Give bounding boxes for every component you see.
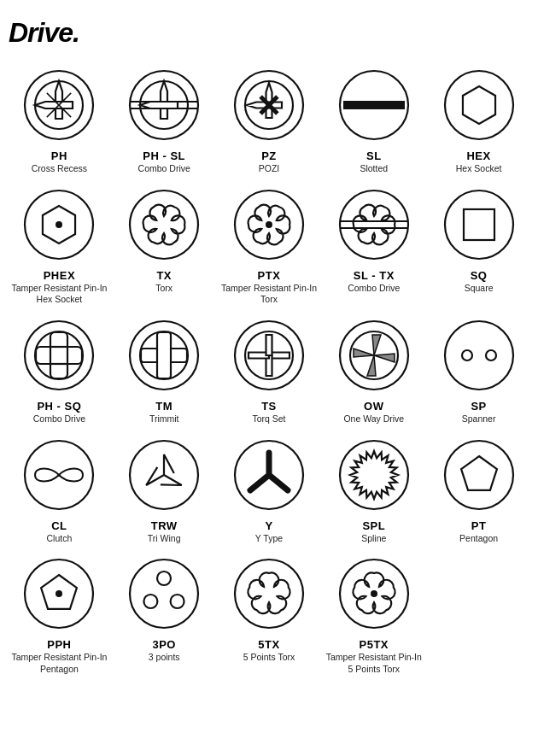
drive-name-ptx: Tamper Resistant Pin-In Torx: [219, 283, 320, 306]
drive-code-tx: TX: [156, 269, 172, 282]
drive-code-3po: 3PO: [152, 638, 176, 651]
svg-point-46: [130, 560, 198, 628]
drive-name-trw: Tri Wing: [148, 533, 181, 545]
drive-icon-5tx: [228, 553, 310, 635]
svg-point-12: [445, 71, 513, 139]
drive-item-ow: OWOne Way Drive: [323, 314, 424, 425]
svg-point-45: [56, 590, 62, 597]
drive-code-pz: PZ: [261, 149, 277, 162]
drive-item-pt: PTPentagon: [428, 434, 529, 545]
drive-icon-y: [228, 434, 310, 516]
svg-rect-31: [157, 332, 171, 378]
drive-item-trw: TRWTri Wing: [114, 434, 215, 545]
drive-code-phex: PHEX: [44, 269, 75, 282]
drive-name-p5tx: Tamper Resistant Pin-In 5 Points Torx: [323, 652, 424, 675]
drive-icon-ts: [228, 314, 310, 396]
drive-item-cl: CLClutch: [9, 434, 110, 545]
drive-icon-pz: [228, 64, 310, 146]
drive-item-sl-tx: SL - TXCombo Drive: [323, 184, 424, 306]
drive-icon-p5tx: [333, 553, 415, 635]
drive-icon-3po: [123, 553, 205, 635]
drive-icon-spl: [333, 434, 415, 516]
drive-code-ow: OW: [364, 400, 383, 413]
drive-item-p5tx: P5TXTamper Resistant Pin-In 5 Points Tor…: [323, 553, 424, 675]
drive-item-sq: SQSquare: [428, 184, 529, 306]
drive-code-hex: HEX: [466, 149, 490, 162]
drive-icon-hex: [438, 64, 520, 146]
drive-icon-tm: [123, 314, 205, 396]
drive-icon-sl: [333, 64, 415, 146]
drive-item-tx: TXTorx: [114, 184, 215, 306]
drive-icon-pt: [438, 434, 520, 516]
drive-code-sp: SP: [471, 400, 486, 413]
drive-item-sl: SLSlotted: [323, 64, 424, 175]
drive-code-ts: TS: [261, 400, 277, 413]
drive-icon-tx: [123, 184, 205, 266]
drive-name-3po: 3 points: [149, 652, 180, 664]
svg-point-38: [486, 350, 496, 360]
drive-icon-ph-sq: [18, 314, 100, 396]
drive-name-pz: POZI: [259, 163, 280, 175]
drive-name-tx: Torx: [155, 283, 173, 295]
drive-name-ph-sq: Combo Drive: [33, 413, 85, 425]
drive-icon-ph-sl: [123, 64, 205, 146]
drive-item-pph: PPHTamper Resistant Pin-In Pentagon: [9, 553, 110, 675]
drive-code-5tx: 5TX: [258, 638, 279, 651]
drive-item-phex: PHEXTamper Resistant Pin-In Hex Socket: [9, 184, 110, 306]
drive-name-cl: Clutch: [47, 533, 73, 545]
svg-point-21: [445, 190, 513, 259]
drive-code-tm: TM: [155, 400, 173, 413]
drive-icon-ptx: [228, 184, 310, 266]
drive-item-spl: SPLSpline: [323, 434, 424, 545]
drive-grid: PHCross RecessPH - SLCombo DrivePZPOZISL…: [9, 64, 529, 675]
drive-icon-sq: [438, 184, 520, 266]
drive-name-ph-sl: Combo Drive: [138, 163, 190, 175]
drive-code-p5tx: P5TX: [360, 638, 389, 651]
drive-code-sq: SQ: [471, 269, 488, 282]
svg-point-14: [56, 221, 62, 228]
drive-item-ph-sl: PH - SLCombo Drive: [114, 64, 215, 175]
drive-icon-pph: [18, 553, 100, 635]
drive-item-ptx: PTXTamper Resistant Pin-In Torx: [219, 184, 320, 306]
drive-icon-cl: [18, 434, 100, 516]
svg-point-17: [266, 221, 272, 228]
drive-code-sl-tx: SL - TX: [354, 269, 395, 282]
drive-name-spl: Spline: [361, 533, 386, 545]
drive-code-y: Y: [265, 519, 272, 532]
page-title: Drive.: [9, 17, 529, 49]
drive-name-sp: Spanner: [462, 413, 496, 425]
drive-code-spl: SPL: [362, 519, 385, 532]
drive-item-tm: TMTrimmit: [114, 314, 215, 425]
drive-code-pt: PT: [471, 519, 487, 532]
drive-name-sq: Square: [465, 283, 494, 295]
drive-name-pph: Tamper Resistant Pin-In Pentagon: [9, 652, 110, 675]
drive-code-ph: PH: [51, 149, 67, 162]
svg-point-48: [171, 595, 184, 608]
drive-item-5tx: 5TX5 Points Torx: [219, 553, 320, 675]
drive-icon-trw: [123, 434, 205, 516]
drive-name-hex: Hex Socket: [456, 163, 502, 175]
drive-item-y: YY Type: [219, 434, 320, 545]
drive-name-ow: One Way Drive: [343, 413, 404, 425]
drive-code-cl: CL: [51, 519, 67, 532]
drive-name-sl-tx: Combo Drive: [348, 283, 400, 295]
drive-name-y: Y Type: [255, 533, 283, 545]
drive-icon-sl-tx: [333, 184, 415, 266]
drive-name-ts: Torq Set: [252, 413, 285, 425]
drive-code-ph-sq: PH - SQ: [37, 400, 81, 413]
svg-point-49: [144, 595, 158, 608]
drive-code-trw: TRW: [151, 519, 178, 532]
drive-item-ts: TSTorq Set: [219, 314, 320, 425]
svg-rect-27: [50, 347, 67, 364]
drive-item-ph: PHCross Recess: [9, 64, 110, 175]
drive-name-ph: Cross Recess: [32, 163, 87, 175]
svg-point-36: [445, 321, 513, 390]
drive-name-pt: Pentagon: [459, 533, 498, 545]
svg-point-37: [462, 350, 472, 360]
drive-icon-sp: [438, 314, 520, 396]
drive-name-5tx: 5 Points Torx: [243, 652, 295, 664]
svg-point-47: [157, 571, 171, 585]
svg-point-52: [371, 590, 377, 597]
svg-rect-22: [464, 209, 494, 240]
svg-point-43: [445, 441, 513, 509]
